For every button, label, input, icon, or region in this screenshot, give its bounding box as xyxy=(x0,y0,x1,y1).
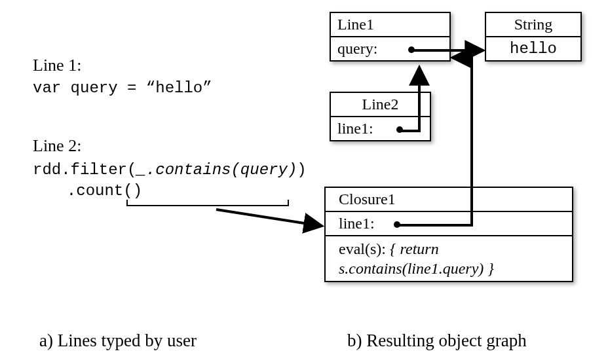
line2-code: rdd.filter(_.contains(query)) .count() xyxy=(33,160,295,202)
box-field-line1: line1: xyxy=(331,117,430,140)
box-title: Closure1 xyxy=(326,188,572,212)
string-literal: hello xyxy=(155,79,202,97)
eval-open: { return xyxy=(390,240,439,257)
box-title: Line1 xyxy=(331,13,449,37)
close-quote: ” xyxy=(202,79,212,97)
object-box-line2: Line2 line1: xyxy=(330,92,431,141)
code-text: ) xyxy=(297,161,306,179)
arrow-closure-to-box xyxy=(216,209,321,226)
code-text: rdd.filter( xyxy=(33,161,136,179)
eval-method: eval(s): { return s.contains(line1.query… xyxy=(326,235,572,281)
open-quote: “ xyxy=(146,79,155,97)
box-field-line1: line1: xyxy=(326,212,572,235)
eval-body: s.contains(line1.query) } xyxy=(339,260,494,277)
closure-underbracket xyxy=(126,200,289,206)
pointer-origin-dot xyxy=(408,46,415,53)
line1-label: Line 1: xyxy=(33,56,295,75)
line2-label: Line 2: xyxy=(33,136,295,156)
caption-a: a) Lines typed by user xyxy=(39,331,197,351)
line1-code: var query = “hello” xyxy=(33,79,295,97)
box-title: String xyxy=(486,13,580,37)
field-label: query: xyxy=(337,40,377,57)
object-box-string: String hello xyxy=(485,12,582,62)
string-value: hello xyxy=(486,37,580,60)
code-text: var query = xyxy=(33,79,146,97)
caption-b: b) Resulting object graph xyxy=(347,331,527,351)
field-label: line1: xyxy=(337,120,373,137)
field-label: line1: xyxy=(339,215,375,232)
eval-label: eval(s): xyxy=(339,240,390,257)
pointer-origin-dot xyxy=(394,221,400,228)
code-text: .count() xyxy=(67,182,142,200)
closure-expr: _.contains(query) xyxy=(136,161,297,179)
object-box-line1: Line1 query: xyxy=(330,12,451,62)
pointer-origin-dot xyxy=(396,126,403,133)
object-box-closure: Closure1 line1: eval(s): { return s.cont… xyxy=(324,187,573,282)
box-field-query: query: xyxy=(331,37,449,60)
left-column: Line 1: var query = “hello” Line 2: rdd.… xyxy=(33,56,295,202)
box-title: Line2 xyxy=(331,93,430,117)
